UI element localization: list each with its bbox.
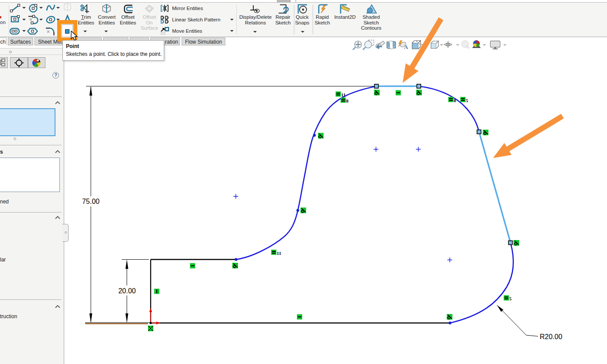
svg-text:5: 5 xyxy=(509,296,512,301)
svg-text:8: 8 xyxy=(346,98,349,103)
svg-text:R20.00: R20.00 xyxy=(540,333,562,340)
svg-text:5: 5 xyxy=(466,98,469,103)
svg-text:11: 11 xyxy=(341,92,345,97)
svg-text:8: 8 xyxy=(454,98,456,103)
svg-text:11: 11 xyxy=(277,251,281,256)
svg-text:20.00: 20.00 xyxy=(118,287,136,295)
svg-text:A: A xyxy=(404,44,408,50)
svg-text:75.00: 75.00 xyxy=(82,198,100,205)
